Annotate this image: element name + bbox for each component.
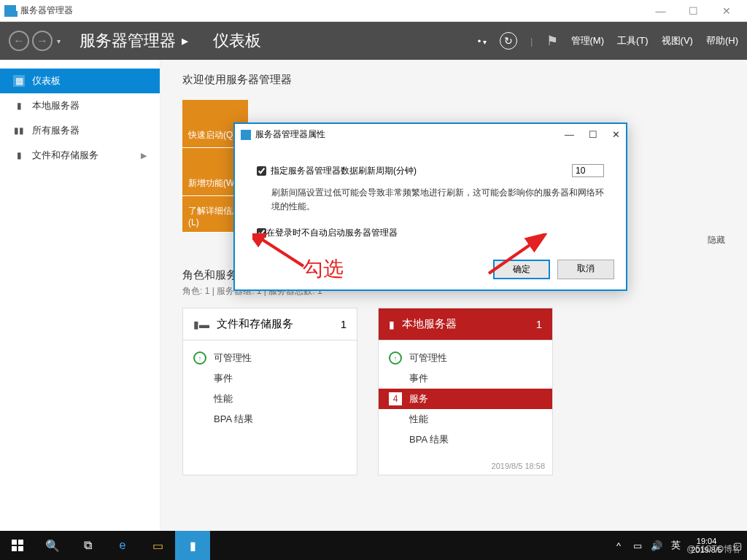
card-row-label: BPA 结果 — [409, 433, 449, 446]
dialog-title: 服务器管理器属性 — [255, 128, 325, 141]
card-count: 1 — [536, 318, 542, 330]
error-count-badge: 4 — [389, 392, 402, 405]
sidebar-item-label: 本地服务器 — [32, 99, 80, 112]
notifications-flag-icon[interactable]: ⚑ — [546, 33, 558, 49]
card-timestamp: 2019/8/5 18:58 — [379, 462, 552, 475]
dialog-minimize-button[interactable]: — — [565, 129, 574, 140]
dialog-note-text: 刷新间隔设置过低可能会导致非常频繁地进行刷新，这可能会影响你的服务器和网络环境的… — [271, 186, 604, 214]
sidebar-item-local-server[interactable]: ▮ 本地服务器 — [0, 93, 160, 118]
breadcrumb-root[interactable]: 服务器管理器 — [80, 30, 176, 52]
sidebar-item-label: 文件和存储服务 — [32, 149, 98, 162]
menu-view[interactable]: 视图(V) — [662, 34, 693, 47]
storage-icon: ▮▬ — [193, 319, 209, 330]
card-count: 1 — [341, 318, 347, 330]
app-icon — [4, 5, 16, 17]
taskbar-ie-button[interactable]: e — [105, 531, 140, 560]
ok-button[interactable]: 确定 — [493, 260, 550, 279]
annotation-text: 勾选 — [303, 255, 344, 283]
header-dropdown-button[interactable]: • — [478, 36, 487, 47]
dialog-app-icon — [241, 130, 251, 140]
window-titlebar: 服务器管理器 — ☐ ✕ — [0, 0, 747, 22]
card-row-label: 事件 — [409, 372, 428, 385]
refresh-interval-checkbox[interactable] — [257, 166, 266, 176]
taskbar-taskview-button[interactable]: ⧉ — [70, 531, 105, 560]
tray-ime-button[interactable]: 英 — [666, 539, 685, 552]
card-row-label: 性能 — [409, 413, 428, 426]
watermark-text: @51CTO博客 — [686, 543, 741, 556]
refresh-interval-label: 指定服务器管理器数据刷新周期(分钟) — [271, 165, 417, 177]
window-close-button[interactable]: ✕ — [710, 1, 743, 21]
taskbar-explorer-button[interactable]: ▭ — [140, 531, 175, 560]
refresh-icon[interactable]: ↻ — [500, 32, 517, 50]
card-title: 本地服务器 — [402, 317, 457, 331]
refresh-interval-input[interactable] — [572, 164, 604, 177]
storage-icon: ▮ — [13, 149, 25, 161]
menu-help[interactable]: 帮助(H) — [706, 34, 738, 47]
server-icon: ▮ — [389, 319, 395, 330]
cancel-button[interactable]: 取消 — [557, 260, 614, 279]
menu-manage[interactable]: 管理(M) — [571, 34, 605, 47]
svg-rect-4 — [12, 546, 17, 551]
sidebar-item-label: 仪表板 — [32, 74, 61, 88]
servers-icon: ▮▮ — [13, 125, 25, 136]
card-row-label: 服务 — [409, 392, 428, 405]
dialog-maximize-button[interactable]: ☐ — [589, 129, 597, 140]
window-minimize-button[interactable]: — — [644, 1, 677, 21]
welcome-heading: 欢迎使用服务器管理器 — [182, 73, 725, 87]
menu-tools[interactable]: 工具(T) — [617, 34, 649, 47]
status-ok-icon: ↑ — [193, 351, 206, 365]
role-card-local-server[interactable]: ▮ 本地服务器 1 ↑可管理性 事件 4服务 性能 BPA 结果 2019/8/… — [378, 308, 553, 475]
properties-dialog: 服务器管理器属性 — ☐ ✕ 指定服务器管理器数据刷新周期(分钟) 刷新间隔设置… — [233, 122, 627, 291]
card-title: 文件和存储服务 — [217, 317, 293, 331]
start-button[interactable] — [0, 531, 35, 560]
taskbar-servermanager-button[interactable]: ▮ — [175, 531, 210, 560]
dashboard-icon: ▦ — [13, 75, 25, 87]
server-icon: ▮ — [13, 100, 25, 112]
breadcrumb-current: 仪表板 — [213, 30, 261, 52]
dialog-close-button[interactable]: ✕ — [612, 129, 620, 140]
tray-volume-icon[interactable]: 🔊 — [647, 540, 666, 551]
header-nav: ← → 服务器管理器 ▸ 仪表板 • ↻ | ⚑ 管理(M) 工具(T) 视图(… — [0, 22, 747, 60]
window-title: 服务器管理器 — [20, 4, 644, 17]
tray-up-icon[interactable]: ^ — [609, 540, 628, 551]
expand-chevron-icon[interactable]: ▶ — [141, 151, 147, 160]
sidebar-item-label: 所有服务器 — [32, 124, 80, 137]
nav-forward-button[interactable]: → — [32, 31, 53, 51]
status-ok-icon: ↑ — [389, 351, 402, 365]
card-row-label: BPA 结果 — [214, 413, 253, 426]
tray-network-icon[interactable]: ▭ — [628, 540, 647, 551]
card-row-label: 事件 — [214, 372, 233, 385]
disable-autostart-label: 在登录时不自动启动服务器管理器 — [266, 227, 398, 239]
window-maximize-button[interactable]: ☐ — [677, 1, 710, 21]
nav-back-button[interactable]: ← — [9, 31, 29, 51]
svg-rect-5 — [18, 546, 23, 551]
disable-autostart-checkbox[interactable] — [257, 228, 266, 238]
svg-rect-2 — [12, 540, 17, 545]
breadcrumb-separator-icon: ▸ — [182, 33, 188, 49]
card-row-label: 可管理性 — [214, 351, 252, 365]
sidebar-item-file-storage[interactable]: ▮ 文件和存储服务 ▶ — [0, 143, 160, 168]
taskbar: 🔍 ⧉ e ▭ ▮ ^ ▭ 🔊 英 19:04 2019/8/5 ▢ — [0, 531, 747, 560]
sidebar: ▦ 仪表板 ▮ 本地服务器 ▮▮ 所有服务器 ▮ 文件和存储服务 ▶ — [0, 60, 160, 531]
nav-dropdown-icon[interactable] — [57, 37, 61, 45]
taskbar-search-button[interactable]: 🔍 — [35, 531, 70, 560]
sidebar-item-dashboard[interactable]: ▦ 仪表板 — [0, 69, 160, 93]
sidebar-item-all-servers[interactable]: ▮▮ 所有服务器 — [0, 118, 160, 143]
header-separator: | — [530, 36, 533, 47]
card-row-label: 性能 — [214, 392, 233, 405]
svg-rect-3 — [18, 540, 23, 545]
role-card-file-storage[interactable]: ▮▬ 文件和存储服务 1 ↑可管理性 事件 性能 BPA 结果 — [182, 308, 357, 475]
card-row-label: 可管理性 — [409, 351, 447, 365]
